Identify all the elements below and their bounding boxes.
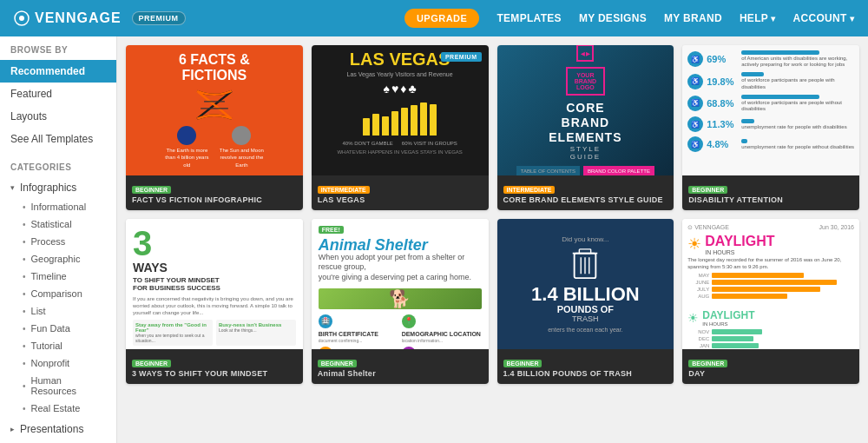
card-label-disability: BEGINNER DISABILITY ATTENTION bbox=[682, 175, 859, 210]
card-image-trash: Did you know... 1.4 BILLION POUNDS OF bbox=[497, 219, 674, 349]
card-title-trash: 1.4 BILLION POUNDS OF TRASH bbox=[503, 369, 668, 379]
category-infographics-label: Infographics bbox=[20, 182, 76, 194]
cat-real-estate[interactable]: Real Estate bbox=[0, 400, 116, 417]
sidebar-item-featured[interactable]: Featured bbox=[0, 83, 116, 105]
template-grid: 6 FACTS &FICTIONS The Earth is more than… bbox=[126, 45, 859, 384]
logo-icon bbox=[14, 10, 30, 26]
card-image-disability: ♿ 69% of American units with disabilitie… bbox=[682, 45, 859, 175]
logo: VENNGAGE bbox=[14, 10, 122, 26]
card-label-animal-shelter: BEGINNER Animal Shelter bbox=[312, 349, 489, 384]
cat-comparison[interactable]: Comparison bbox=[0, 285, 116, 302]
cat-statistical[interactable]: Statistical bbox=[0, 215, 116, 233]
logo-text: VENNGAGE bbox=[35, 10, 122, 26]
category-presentations-label: Presentations bbox=[20, 423, 83, 435]
sidebar-item-recommended[interactable]: Recommended bbox=[0, 60, 116, 83]
card-label-3ways: BEGINNER 3 WAYS TO SHIFT YOUR MINDSET bbox=[126, 349, 303, 384]
card-title-las-vegas: LAS VEGAS bbox=[318, 195, 483, 205]
card-label-trash: BEGINNER 1.4 BILLION POUNDS OF TRASH bbox=[497, 349, 674, 384]
cat-tutorial[interactable]: Tutorial bbox=[0, 337, 116, 354]
card-title-daylight: DAY bbox=[688, 369, 853, 379]
cat-timeline[interactable]: Timeline bbox=[0, 268, 116, 285]
category-presentations[interactable]: ▸ Presentations bbox=[0, 419, 116, 440]
template-card-las-vegas[interactable]: PREMIUM LAS VEGAS Las Vegas Yearly Visit… bbox=[312, 45, 489, 210]
card-title-animal-shelter: Animal Shelter bbox=[318, 369, 483, 379]
card-label-fact-fiction: BEGINNER FACT VS FICTION INFOGRAPHIC bbox=[126, 175, 303, 210]
card-title-disability: DISABILITY ATTENTION bbox=[688, 195, 853, 205]
difficulty-badge: BEGINNER bbox=[688, 360, 727, 367]
template-gallery: 6 FACTS &FICTIONS The Earth is more than… bbox=[117, 36, 868, 443]
nav-help[interactable]: HELP bbox=[740, 12, 776, 24]
template-card-brand-guide[interactable]: ◀ ▶ YOURBRANDLOGO COREBRANDELEMENTS STYL… bbox=[497, 45, 674, 210]
cat-human-resources[interactable]: Human Resources bbox=[0, 372, 116, 400]
svg-point-1 bbox=[19, 16, 24, 21]
main-layout: BROWSE BY Recommended Featured Layouts S… bbox=[0, 36, 868, 443]
difficulty-badge: BEGINNER bbox=[503, 360, 542, 367]
template-card-trash[interactable]: Did you know... 1.4 BILLION POUNDS OF bbox=[497, 219, 674, 384]
chevron-right-icon: ▸ bbox=[10, 425, 15, 433]
card-label-las-vegas: INTERMEDIATE LAS VEGAS bbox=[312, 175, 489, 210]
header: VENNGAGE PREMIUM UPGRADE TEMPLATES MY DE… bbox=[0, 0, 868, 36]
sidebar-item-all-templates[interactable]: See All Templates bbox=[0, 128, 116, 150]
dna-icon bbox=[184, 88, 245, 122]
premium-tag: PREMIUM bbox=[441, 52, 482, 62]
card-image-3ways: 3 WAYS TO SHIFT YOUR MINDSETFOR BUSINESS… bbox=[126, 219, 303, 349]
template-card-3ways[interactable]: 3 WAYS TO SHIFT YOUR MINDSETFOR BUSINESS… bbox=[126, 219, 303, 384]
upgrade-button[interactable]: UPGRADE bbox=[404, 9, 480, 28]
difficulty-badge: INTERMEDIATE bbox=[318, 186, 370, 194]
difficulty-badge: BEGINNER bbox=[132, 360, 171, 367]
chevron-down-icon: ▾ bbox=[10, 183, 15, 192]
category-infographics[interactable]: ▾ Infographics bbox=[0, 177, 116, 198]
trash-icon bbox=[572, 247, 598, 280]
card-label-brand-guide: INTERMEDIATE CORE BRAND ELEMENTS STYLE G… bbox=[497, 175, 674, 210]
template-card-disability[interactable]: ♿ 69% of American units with disabilitie… bbox=[682, 45, 859, 210]
cat-list[interactable]: List bbox=[0, 302, 116, 320]
template-card-fact-fiction[interactable]: 6 FACTS &FICTIONS The Earth is more than… bbox=[126, 45, 303, 210]
nav-my-designs[interactable]: MY DESIGNS bbox=[579, 12, 647, 24]
card-image-fact-fiction: 6 FACTS &FICTIONS The Earth is more than… bbox=[126, 45, 303, 175]
categories-label: CATEGORIES bbox=[0, 154, 116, 177]
cat-geographic[interactable]: Geographic bbox=[0, 250, 116, 268]
cat-informational[interactable]: Informational bbox=[0, 198, 116, 215]
card-title-brand-guide: CORE BRAND ELEMENTS STYLE GUIDE bbox=[503, 195, 668, 205]
template-card-daylight[interactable]: ⊙ VENNGAGE Jun 30, 2016 ☀ DAYLIGHT IN HO… bbox=[682, 219, 859, 384]
cat-nonprofit[interactable]: Nonprofit bbox=[0, 354, 116, 372]
card-label-daylight: BEGINNER DAY bbox=[682, 349, 859, 384]
nav-account[interactable]: ACCOUNT bbox=[793, 12, 855, 24]
nav-my-brand[interactable]: MY BRAND bbox=[664, 12, 722, 24]
cat-fun-data[interactable]: Fun Data bbox=[0, 320, 116, 337]
header-nav: UPGRADE TEMPLATES MY DESIGNS MY BRAND HE… bbox=[404, 9, 854, 28]
difficulty-badge: INTERMEDIATE bbox=[503, 186, 556, 194]
difficulty-badge: BEGINNER bbox=[688, 186, 727, 194]
card-image-daylight: ⊙ VENNGAGE Jun 30, 2016 ☀ DAYLIGHT IN HO… bbox=[682, 219, 859, 349]
nav-templates[interactable]: TEMPLATES bbox=[496, 12, 561, 24]
bar-chart bbox=[363, 101, 437, 136]
browse-by-label: BROWSE BY bbox=[0, 36, 116, 60]
svg-rect-6 bbox=[580, 249, 591, 254]
difficulty-badge: BEGINNER bbox=[132, 186, 171, 194]
premium-badge: PREMIUM bbox=[132, 11, 186, 25]
card-image-las-vegas: PREMIUM LAS VEGAS Las Vegas Yearly Visit… bbox=[312, 45, 489, 175]
card-image-brand-guide: ◀ ▶ YOURBRANDLOGO COREBRANDELEMENTS STYL… bbox=[497, 45, 674, 175]
cat-process[interactable]: Process bbox=[0, 233, 116, 250]
template-card-animal-shelter[interactable]: FREE! Animal Shelter When you adopt your… bbox=[312, 219, 489, 384]
card-title-fact-fiction: FACT VS FICTION INFOGRAPHIC bbox=[132, 195, 297, 205]
difficulty-badge: BEGINNER bbox=[318, 360, 357, 367]
card-title-3ways: 3 WAYS TO SHIFT YOUR MINDSET bbox=[132, 369, 297, 379]
card-image-animal-shelter: FREE! Animal Shelter When you adopt your… bbox=[312, 219, 489, 349]
sidebar-item-layouts[interactable]: Layouts bbox=[0, 105, 116, 128]
sidebar: BROWSE BY Recommended Featured Layouts S… bbox=[0, 36, 117, 443]
